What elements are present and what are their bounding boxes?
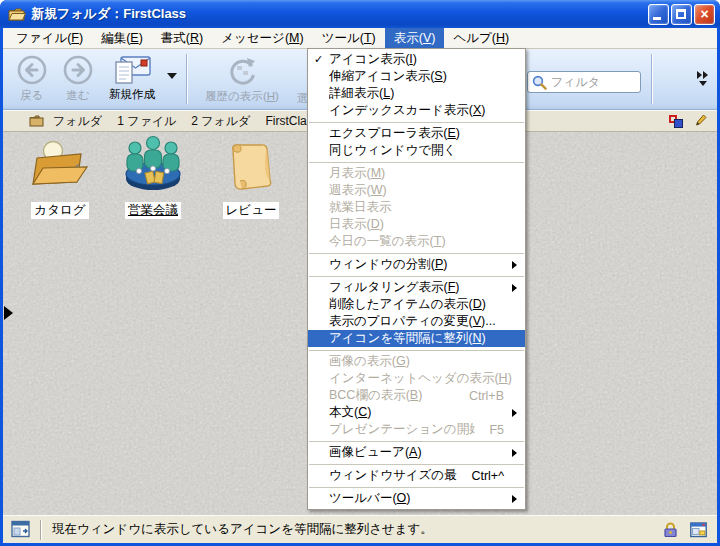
view-menu-item: 画像の表示(G) — [308, 353, 525, 370]
search-icon — [532, 75, 547, 90]
folder-icon — [8, 7, 26, 22]
back-button-label: 戻る — [20, 88, 43, 103]
view-menu-item: インターネットヘッダの表示(H) — [308, 370, 525, 387]
view-menu-item[interactable]: ✓アイコン表示(I) — [308, 51, 525, 68]
menu-item-label: 日表示(D) — [329, 216, 512, 233]
filter-search-box[interactable] — [527, 71, 641, 93]
desktop-icon-catalog[interactable]: カタログ — [14, 138, 106, 219]
view-menu-item[interactable]: 表示のプロパティの変更(V)... — [308, 313, 525, 330]
menubar-item[interactable]: ツール(T) — [313, 28, 385, 48]
desktop-icon-review[interactable]: レビュー — [205, 140, 297, 219]
menu-separator — [309, 464, 524, 465]
new-message-dropdown[interactable] — [163, 51, 181, 109]
view-menu-item[interactable]: 詳細表示(L) — [308, 85, 525, 102]
menubar-item[interactable]: 編集(E) — [92, 28, 152, 48]
title-bar: 新規フォルダ：FirstClass × — [0, 0, 720, 28]
view-menu-item[interactable]: 画像ビューア(A) — [308, 444, 525, 461]
app-window: 新規フォルダ：FirstClass × ファイル(F)編集(E)書式(R)メッセ… — [0, 0, 720, 546]
flag-icon[interactable] — [669, 115, 684, 128]
menu-shortcut: Ctrl+^ — [471, 469, 512, 483]
view-menu-item: 日表示(D) — [308, 216, 525, 233]
folder-type-label: フォルダ — [53, 113, 102, 130]
new-message-button[interactable]: 新規作成 — [101, 51, 163, 109]
toolbar-overflow-button[interactable] — [695, 51, 711, 109]
menu-item-label: 詳細表示(L) — [329, 85, 512, 102]
menu-item-label: アイコンを等間隔に整列(N) — [329, 330, 512, 347]
menubar-item[interactable]: ヘルプ(H) — [444, 28, 518, 48]
menu-item-label: ウィンドウサイズの最適化(Z) — [329, 467, 457, 484]
filter-input[interactable] — [551, 75, 635, 89]
menu-item-label: 本文(C) — [329, 404, 512, 421]
forward-arrow-icon — [62, 54, 94, 86]
submenu-arrow-icon — [512, 284, 525, 292]
menubar-item[interactable]: 表示(V) — [385, 28, 445, 48]
view-menu-item[interactable]: 伸縮アイコン表示(S) — [308, 68, 525, 85]
new-message-label: 新規作成 — [109, 87, 155, 102]
menu-separator — [309, 162, 524, 163]
lock-icon — [663, 521, 678, 538]
menubar-item[interactable]: ファイル(F) — [7, 28, 92, 48]
desktop-icon-meeting[interactable]: 営業会議 — [107, 134, 199, 219]
menu-separator — [309, 253, 524, 254]
menu-shortcut: F5 — [489, 423, 512, 437]
view-menu-item[interactable]: インデックスカード表示(X) — [308, 102, 525, 119]
statusbar-separator — [40, 520, 42, 540]
view-menu-item[interactable]: ツールバー(O) — [308, 490, 525, 507]
view-menu-item: 就業日表示 — [308, 199, 525, 216]
view-menu-item[interactable]: 削除したアイテムの表示(D) — [308, 296, 525, 313]
folder-icon — [29, 115, 44, 127]
view-menu-item[interactable]: フィルタリング表示(F) — [308, 279, 525, 296]
menu-bar: ファイル(F)編集(E)書式(R)メッセージ(M)ツール(T)表示(V)ヘルプ(… — [3, 28, 717, 49]
maximize-icon — [676, 9, 686, 19]
menu-separator — [309, 487, 524, 488]
forward-button-label: 進む — [66, 88, 89, 103]
submenu-arrow-icon — [512, 495, 525, 503]
menu-item-label: 削除したアイテムの表示(D) — [329, 296, 512, 313]
meeting-table-icon — [122, 134, 184, 200]
back-button[interactable]: 戻る — [9, 51, 55, 109]
view-menu-item[interactable]: ウィンドウサイズの最適化(Z)Ctrl+^ — [308, 467, 525, 484]
menu-separator — [309, 276, 524, 277]
status-bar: 現在ウィンドウに表示しているアイコンを等間隔に整列させます。 — [3, 515, 717, 543]
view-menu-dropdown: ✓アイコン表示(I)伸縮アイコン表示(S)詳細表示(L)インデックスカード表示(… — [307, 48, 526, 510]
menu-item-label: ウィンドウの分割(P) — [329, 256, 512, 273]
menu-item-label: 就業日表示 — [329, 199, 512, 216]
pencil-icon[interactable] — [695, 114, 707, 129]
view-menu-item[interactable]: エクスプローラ表示(E) — [308, 125, 525, 142]
view-menu-item: BCC欄の表示(B)Ctrl+B — [308, 387, 525, 404]
window-layout-icon[interactable] — [690, 522, 707, 538]
minimize-icon — [653, 17, 661, 20]
review-scroll-icon — [222, 140, 280, 200]
minimize-button[interactable] — [648, 4, 669, 25]
forward-button[interactable]: 進む — [55, 51, 101, 109]
menu-item-label: 表示のプロパティの変更(V)... — [329, 313, 512, 330]
submenu-arrow-icon — [512, 409, 525, 417]
menu-item-label: アイコン表示(I) — [329, 51, 512, 68]
view-menu-item: 週表示(W) — [308, 182, 525, 199]
chevron-down-icon — [699, 81, 707, 86]
view-menu-item[interactable]: 本文(C) — [308, 404, 525, 421]
new-message-icon — [111, 54, 153, 85]
toolbar-separator — [186, 54, 188, 104]
view-menu-item[interactable]: アイコンを等間隔に整列(N) — [308, 330, 525, 347]
view-menu-item[interactable]: 同じウィンドウで開く — [308, 142, 525, 159]
menubar-item[interactable]: 書式(R) — [152, 28, 212, 48]
submenu-arrow-icon — [512, 261, 525, 269]
toolbar-spacer — [658, 51, 695, 109]
pane-expand-arrow[interactable] — [4, 306, 13, 320]
view-menu-item: 今日の一覧の表示(T) — [308, 233, 525, 250]
status-window-icon[interactable] — [11, 520, 31, 539]
menu-item-label: BCC欄の表示(B) — [329, 387, 455, 404]
menubar-item[interactable]: メッセージ(M) — [212, 28, 312, 48]
desktop-icon-label: カタログ — [31, 202, 88, 219]
menu-item-label: フィルタリング表示(F) — [329, 279, 512, 296]
menu-item-label: エクスプローラ表示(E) — [329, 125, 512, 142]
view-menu-item[interactable]: ウィンドウの分割(P) — [308, 256, 525, 273]
history-icon — [225, 54, 259, 87]
menu-item-label: 伸縮アイコン表示(S) — [329, 68, 512, 85]
close-button[interactable]: × — [694, 4, 715, 25]
history-button[interactable]: 履歴の表示(H) — [193, 51, 291, 109]
desktop-icon-label: 営業会議 — [125, 202, 181, 219]
menu-item-label: 今日の一覧の表示(T) — [329, 233, 512, 250]
maximize-button[interactable] — [671, 4, 692, 25]
